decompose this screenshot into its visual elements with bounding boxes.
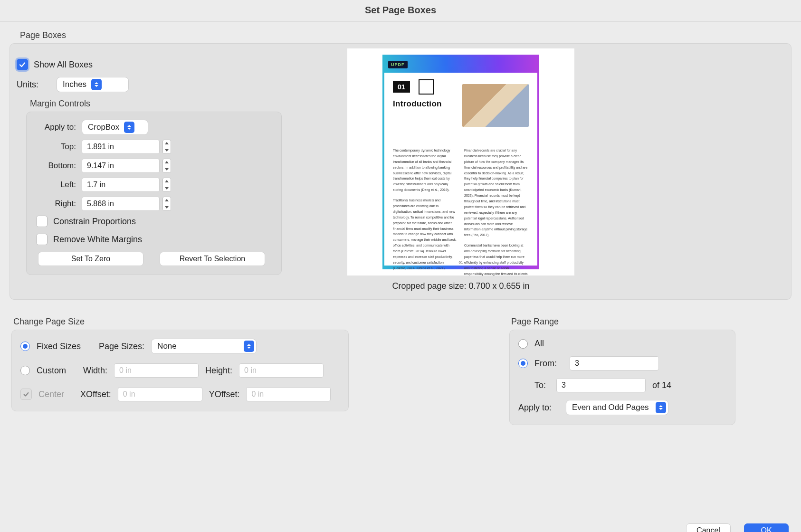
width-value: 0 in <box>119 366 132 375</box>
left-stepper[interactable] <box>162 178 171 192</box>
revert-to-selection-button[interactable]: Revert To Selection <box>160 252 265 266</box>
chevron-down-icon <box>165 149 169 152</box>
from-value: 3 <box>575 359 579 368</box>
left-value: 1.7 in <box>87 180 105 189</box>
page-range-panel: All From: 3 To: 3 of 14 Apply to: Even a… <box>509 330 735 425</box>
preview-page: UPDF 01 Introduction The contemporary dy… <box>382 55 539 269</box>
constrain-proportions-checkbox[interactable] <box>36 216 48 227</box>
from-radio[interactable] <box>518 359 528 368</box>
set-to-zero-button[interactable]: Set To Zero <box>38 252 143 266</box>
preview-footer-line <box>384 266 537 267</box>
change-page-size-panel: Fixed Sizes Page Sizes: None Custom Widt… <box>11 330 349 411</box>
window-title: Set Page Boxes <box>0 0 801 22</box>
checkmark-icon <box>19 61 26 68</box>
chevron-up-icon <box>165 142 169 144</box>
remove-white-margins-label: Remove White Margins <box>53 235 142 245</box>
page-range-apply-to-value: Even and Odd Pages <box>572 403 649 412</box>
top-label: Top: <box>36 142 82 152</box>
select-arrows-icon <box>124 122 134 133</box>
width-label: Width: <box>83 366 107 376</box>
constrain-proportions-label: Constrain Proportions <box>53 217 136 227</box>
units-value: Inches <box>63 80 86 89</box>
xoffset-label: XOffset: <box>80 390 111 399</box>
width-input[interactable]: 0 in <box>114 363 199 378</box>
remove-white-margins-checkbox[interactable] <box>36 234 48 245</box>
select-arrows-icon <box>656 402 666 413</box>
right-label: Right: <box>36 199 82 209</box>
yoffset-label: YOffset: <box>209 390 240 399</box>
custom-radio[interactable] <box>20 366 30 375</box>
height-value: 0 in <box>244 366 257 375</box>
all-pages-radio[interactable] <box>518 339 528 349</box>
page-range-apply-to-label: Apply to: <box>518 403 559 413</box>
select-arrows-icon <box>244 341 254 352</box>
from-label: From: <box>534 359 563 369</box>
cropped-page-size-text: Cropped page size: 0.700 x 0.655 in <box>347 281 574 291</box>
right-input[interactable]: 5.868 in <box>82 197 160 211</box>
ok-button[interactable]: OK <box>744 523 789 532</box>
of-total-label: of 14 <box>652 380 671 390</box>
chevron-up-icon <box>165 161 169 163</box>
checkmark-icon <box>23 391 29 398</box>
chevron-down-icon <box>165 206 169 209</box>
top-value: 1.891 in <box>87 142 114 151</box>
left-input[interactable]: 1.7 in <box>82 178 160 192</box>
preview-page-number: 01 <box>384 260 537 265</box>
page-range-apply-to-select[interactable]: Even and Odd Pages <box>566 400 668 415</box>
apply-to-value: CropBox <box>88 123 119 132</box>
chevron-down-icon <box>165 168 169 171</box>
top-stepper[interactable] <box>162 140 171 154</box>
all-pages-label: All <box>534 339 544 349</box>
preview-brand-badge: UPDF <box>388 61 408 68</box>
units-label: Units: <box>17 80 38 90</box>
page-boxes-panel: Show All Boxes Units: Inches Margin Cont… <box>10 43 791 300</box>
chevron-down-icon <box>165 187 169 190</box>
yoffset-value: 0 in <box>251 390 264 399</box>
from-input[interactable]: 3 <box>570 356 659 370</box>
to-label: To: <box>534 380 550 390</box>
apply-to-label: Apply to: <box>36 123 82 132</box>
to-input[interactable]: 3 <box>556 378 646 392</box>
left-label: Left: <box>36 180 82 190</box>
height-label: Height: <box>205 366 232 376</box>
page-sizes-select[interactable]: None <box>151 339 257 354</box>
preview-section-number: 01 <box>393 81 410 93</box>
show-all-boxes-checkbox[interactable] <box>17 59 28 70</box>
custom-label: Custom <box>37 366 66 376</box>
select-arrows-icon <box>91 79 102 90</box>
change-page-size-label: Change Page Size <box>13 317 349 327</box>
chevron-up-icon <box>165 199 169 201</box>
margin-controls-panel: Apply to: CropBox Top: 1.891 in Bottom: … <box>26 112 282 275</box>
bottom-value: 9.147 in <box>87 162 114 170</box>
page-preview: UPDF 01 Introduction The contemporary dy… <box>347 48 574 276</box>
page-boxes-label: Page Boxes <box>20 30 791 40</box>
crop-box-indicator <box>419 79 434 95</box>
center-checkbox <box>20 389 32 400</box>
preview-image <box>462 84 529 127</box>
apply-to-select[interactable]: CropBox <box>82 120 148 135</box>
right-stepper[interactable] <box>162 197 171 211</box>
xoffset-input[interactable]: 0 in <box>118 387 202 401</box>
right-value: 5.868 in <box>87 200 114 208</box>
cancel-button[interactable]: Cancel <box>686 523 731 532</box>
bottom-label: Bottom: <box>36 161 82 171</box>
page-range-label: Page Range <box>511 317 735 327</box>
preview-header: UPDF <box>384 57 537 73</box>
units-select[interactable]: Inches <box>57 77 129 92</box>
bottom-stepper[interactable] <box>162 159 171 173</box>
bottom-input[interactable]: 9.147 in <box>82 159 160 173</box>
to-value: 3 <box>562 381 566 390</box>
chevron-up-icon <box>165 180 169 182</box>
xoffset-value: 0 in <box>123 390 135 399</box>
fixed-sizes-label: Fixed Sizes <box>37 342 81 352</box>
page-sizes-value: None <box>157 342 177 351</box>
page-sizes-label: Page Sizes: <box>99 342 144 352</box>
margin-controls-label: Margin Controls <box>30 99 287 109</box>
height-input[interactable]: 0 in <box>239 363 324 378</box>
top-input[interactable]: 1.891 in <box>82 140 160 154</box>
fixed-sizes-radio[interactable] <box>20 342 30 351</box>
yoffset-input[interactable]: 0 in <box>246 387 331 401</box>
center-label: Center <box>38 390 64 399</box>
show-all-boxes-label: Show All Boxes <box>34 60 93 70</box>
